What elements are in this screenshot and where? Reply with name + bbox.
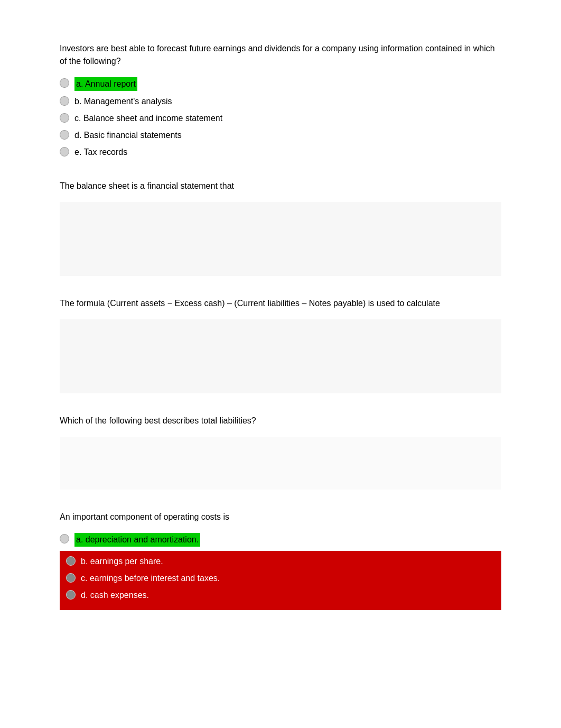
answer-q5a[interactable]: a. depreciation and amortization.	[60, 533, 501, 547]
question-1-text: Investors are best able to forecast futu…	[60, 42, 501, 68]
question-5-answers: a. depreciation and amortization. b. ear…	[60, 533, 501, 610]
answer-q5b[interactable]: b. earnings per share.	[66, 555, 495, 568]
question-2-blurred-answers	[60, 202, 501, 276]
question-5-text: An important component of operating cost…	[60, 511, 501, 523]
radio-q1b[interactable]	[60, 96, 69, 106]
answer-q5d-label: d. cash expenses.	[81, 589, 149, 602]
answer-q1b[interactable]: b. Management's analysis	[60, 95, 501, 108]
answer-q5a-label: a. depreciation and amortization.	[74, 533, 200, 547]
answer-q5b-label: b. earnings per share.	[81, 555, 163, 568]
radio-q5d[interactable]	[66, 590, 76, 600]
radio-q5c[interactable]	[66, 573, 76, 583]
question-1: Investors are best able to forecast futu…	[60, 42, 501, 159]
answer-q1d[interactable]: d. Basic financial statements	[60, 129, 501, 142]
radio-q5b[interactable]	[66, 556, 76, 566]
answer-q1e[interactable]: e. Tax records	[60, 146, 501, 159]
question-1-answers: a. Annual report b. Management's analysi…	[60, 77, 501, 159]
question-4-blurred-answers	[60, 437, 501, 490]
question-4-text: Which of the following best describes to…	[60, 414, 501, 427]
question-3-text: The formula (Current assets − Excess cas…	[60, 297, 501, 310]
answer-q1c-label: c. Balance sheet and income statement	[74, 112, 222, 125]
answer-q5d[interactable]: d. cash expenses.	[66, 589, 495, 602]
question-3: The formula (Current assets − Excess cas…	[60, 297, 501, 393]
question-5: An important component of operating cost…	[60, 511, 501, 610]
answer-q1d-label: d. Basic financial statements	[74, 129, 182, 142]
question-4: Which of the following best describes to…	[60, 414, 501, 490]
answer-q1e-label: e. Tax records	[74, 146, 127, 159]
red-answer-block: b. earnings per share. c. earnings befor…	[60, 551, 501, 610]
answer-q1b-label: b. Management's analysis	[74, 95, 172, 108]
answer-q1a[interactable]: a. Annual report	[60, 77, 501, 91]
answer-q5c-label: c. earnings before interest and taxes.	[81, 572, 220, 585]
question-2: The balance sheet is a financial stateme…	[60, 180, 501, 276]
answer-q5c[interactable]: c. earnings before interest and taxes.	[66, 572, 495, 585]
question-3-blurred-answers	[60, 319, 501, 393]
radio-q1c[interactable]	[60, 113, 69, 123]
answer-q1c[interactable]: c. Balance sheet and income statement	[60, 112, 501, 125]
question-2-text: The balance sheet is a financial stateme…	[60, 180, 501, 192]
radio-q5a[interactable]	[60, 534, 69, 543]
radio-q1a[interactable]	[60, 78, 69, 88]
radio-q1d[interactable]	[60, 130, 69, 140]
radio-q1e[interactable]	[60, 147, 69, 156]
answer-q1a-label: a. Annual report	[74, 77, 137, 91]
